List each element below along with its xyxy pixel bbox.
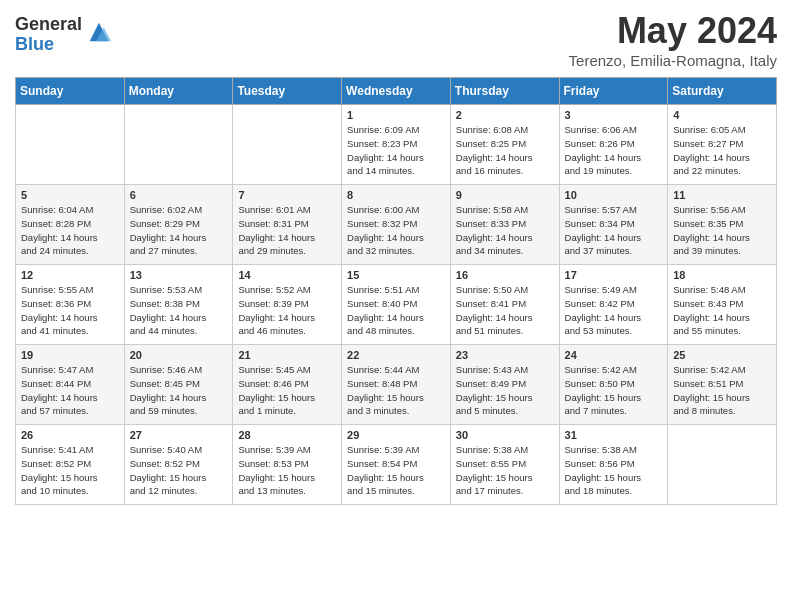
calendar-cell: 24Sunrise: 5:42 AM Sunset: 8:50 PM Dayli… [559,345,668,425]
calendar-cell [233,105,342,185]
cell-info: Sunrise: 6:02 AM Sunset: 8:29 PM Dayligh… [130,203,228,258]
calendar-cell: 13Sunrise: 5:53 AM Sunset: 8:38 PM Dayli… [124,265,233,345]
title-area: May 2024 Terenzo, Emilia-Romagna, Italy [569,10,777,69]
day-number: 13 [130,269,228,281]
cell-info: Sunrise: 5:55 AM Sunset: 8:36 PM Dayligh… [21,283,119,338]
day-number: 24 [565,349,663,361]
cell-info: Sunrise: 5:38 AM Sunset: 8:56 PM Dayligh… [565,443,663,498]
day-number: 30 [456,429,554,441]
day-number: 9 [456,189,554,201]
day-header-saturday: Saturday [668,78,777,105]
day-number: 11 [673,189,771,201]
day-number: 19 [21,349,119,361]
cell-info: Sunrise: 5:45 AM Sunset: 8:46 PM Dayligh… [238,363,336,418]
calendar-cell: 11Sunrise: 5:56 AM Sunset: 8:35 PM Dayli… [668,185,777,265]
logo-general: General [15,15,82,35]
calendar-cell: 29Sunrise: 5:39 AM Sunset: 8:54 PM Dayli… [342,425,451,505]
month-title: May 2024 [569,10,777,52]
calendar-cell: 20Sunrise: 5:46 AM Sunset: 8:45 PM Dayli… [124,345,233,425]
day-number: 18 [673,269,771,281]
calendar-cell: 17Sunrise: 5:49 AM Sunset: 8:42 PM Dayli… [559,265,668,345]
day-number: 29 [347,429,445,441]
week-row-5: 26Sunrise: 5:41 AM Sunset: 8:52 PM Dayli… [16,425,777,505]
cell-info: Sunrise: 5:57 AM Sunset: 8:34 PM Dayligh… [565,203,663,258]
calendar-cell: 9Sunrise: 5:58 AM Sunset: 8:33 PM Daylig… [450,185,559,265]
calendar-cell: 4Sunrise: 6:05 AM Sunset: 8:27 PM Daylig… [668,105,777,185]
week-row-2: 5Sunrise: 6:04 AM Sunset: 8:28 PM Daylig… [16,185,777,265]
calendar-cell: 21Sunrise: 5:45 AM Sunset: 8:46 PM Dayli… [233,345,342,425]
cell-info: Sunrise: 5:49 AM Sunset: 8:42 PM Dayligh… [565,283,663,338]
calendar-cell: 31Sunrise: 5:38 AM Sunset: 8:56 PM Dayli… [559,425,668,505]
calendar-cell [124,105,233,185]
cell-info: Sunrise: 6:00 AM Sunset: 8:32 PM Dayligh… [347,203,445,258]
calendar-cell [668,425,777,505]
cell-info: Sunrise: 5:47 AM Sunset: 8:44 PM Dayligh… [21,363,119,418]
day-number: 20 [130,349,228,361]
cell-info: Sunrise: 5:40 AM Sunset: 8:52 PM Dayligh… [130,443,228,498]
calendar-cell: 28Sunrise: 5:39 AM Sunset: 8:53 PM Dayli… [233,425,342,505]
day-number: 7 [238,189,336,201]
logo-icon [85,18,113,46]
header: General Blue May 2024 Terenzo, Emilia-Ro… [15,10,777,69]
day-number: 2 [456,109,554,121]
header-row: SundayMondayTuesdayWednesdayThursdayFrid… [16,78,777,105]
cell-info: Sunrise: 5:46 AM Sunset: 8:45 PM Dayligh… [130,363,228,418]
cell-info: Sunrise: 5:52 AM Sunset: 8:39 PM Dayligh… [238,283,336,338]
cell-info: Sunrise: 6:01 AM Sunset: 8:31 PM Dayligh… [238,203,336,258]
calendar-cell: 6Sunrise: 6:02 AM Sunset: 8:29 PM Daylig… [124,185,233,265]
cell-info: Sunrise: 5:38 AM Sunset: 8:55 PM Dayligh… [456,443,554,498]
day-number: 17 [565,269,663,281]
cell-info: Sunrise: 6:04 AM Sunset: 8:28 PM Dayligh… [21,203,119,258]
day-number: 28 [238,429,336,441]
day-header-tuesday: Tuesday [233,78,342,105]
logo-blue: Blue [15,35,82,55]
calendar-cell: 25Sunrise: 5:42 AM Sunset: 8:51 PM Dayli… [668,345,777,425]
calendar-table: SundayMondayTuesdayWednesdayThursdayFrid… [15,77,777,505]
cell-info: Sunrise: 6:09 AM Sunset: 8:23 PM Dayligh… [347,123,445,178]
calendar-cell [16,105,125,185]
week-row-1: 1Sunrise: 6:09 AM Sunset: 8:23 PM Daylig… [16,105,777,185]
day-number: 31 [565,429,663,441]
day-header-sunday: Sunday [16,78,125,105]
cell-info: Sunrise: 5:42 AM Sunset: 8:50 PM Dayligh… [565,363,663,418]
cell-info: Sunrise: 5:53 AM Sunset: 8:38 PM Dayligh… [130,283,228,338]
calendar-cell: 26Sunrise: 5:41 AM Sunset: 8:52 PM Dayli… [16,425,125,505]
logo: General Blue [15,15,113,55]
calendar-cell: 1Sunrise: 6:09 AM Sunset: 8:23 PM Daylig… [342,105,451,185]
day-number: 23 [456,349,554,361]
day-number: 4 [673,109,771,121]
calendar-cell: 22Sunrise: 5:44 AM Sunset: 8:48 PM Dayli… [342,345,451,425]
day-header-wednesday: Wednesday [342,78,451,105]
day-number: 21 [238,349,336,361]
calendar-cell: 16Sunrise: 5:50 AM Sunset: 8:41 PM Dayli… [450,265,559,345]
day-number: 16 [456,269,554,281]
cell-info: Sunrise: 5:39 AM Sunset: 8:53 PM Dayligh… [238,443,336,498]
calendar-cell: 27Sunrise: 5:40 AM Sunset: 8:52 PM Dayli… [124,425,233,505]
day-number: 15 [347,269,445,281]
cell-info: Sunrise: 6:06 AM Sunset: 8:26 PM Dayligh… [565,123,663,178]
day-header-thursday: Thursday [450,78,559,105]
calendar-cell: 2Sunrise: 6:08 AM Sunset: 8:25 PM Daylig… [450,105,559,185]
cell-info: Sunrise: 5:48 AM Sunset: 8:43 PM Dayligh… [673,283,771,338]
calendar-cell: 14Sunrise: 5:52 AM Sunset: 8:39 PM Dayli… [233,265,342,345]
day-number: 10 [565,189,663,201]
calendar-cell: 7Sunrise: 6:01 AM Sunset: 8:31 PM Daylig… [233,185,342,265]
cell-info: Sunrise: 6:05 AM Sunset: 8:27 PM Dayligh… [673,123,771,178]
week-row-4: 19Sunrise: 5:47 AM Sunset: 8:44 PM Dayli… [16,345,777,425]
day-number: 3 [565,109,663,121]
cell-info: Sunrise: 5:43 AM Sunset: 8:49 PM Dayligh… [456,363,554,418]
cell-info: Sunrise: 5:44 AM Sunset: 8:48 PM Dayligh… [347,363,445,418]
cell-info: Sunrise: 5:39 AM Sunset: 8:54 PM Dayligh… [347,443,445,498]
calendar-cell: 23Sunrise: 5:43 AM Sunset: 8:49 PM Dayli… [450,345,559,425]
week-row-3: 12Sunrise: 5:55 AM Sunset: 8:36 PM Dayli… [16,265,777,345]
day-number: 1 [347,109,445,121]
day-number: 27 [130,429,228,441]
day-number: 12 [21,269,119,281]
calendar-cell: 8Sunrise: 6:00 AM Sunset: 8:32 PM Daylig… [342,185,451,265]
day-number: 14 [238,269,336,281]
calendar-cell: 12Sunrise: 5:55 AM Sunset: 8:36 PM Dayli… [16,265,125,345]
calendar-cell: 3Sunrise: 6:06 AM Sunset: 8:26 PM Daylig… [559,105,668,185]
cell-info: Sunrise: 5:56 AM Sunset: 8:35 PM Dayligh… [673,203,771,258]
day-header-monday: Monday [124,78,233,105]
cell-info: Sunrise: 5:41 AM Sunset: 8:52 PM Dayligh… [21,443,119,498]
